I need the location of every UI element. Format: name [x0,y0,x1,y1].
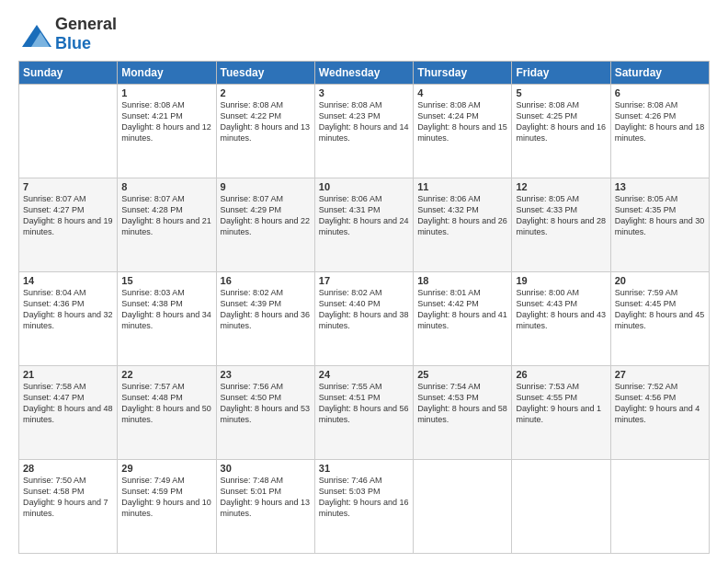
calendar-cell [512,460,610,554]
day-info: Sunrise: 8:05 AMSunset: 4:35 PMDaylight:… [615,193,705,238]
day-number: 9 [221,181,311,192]
calendar-cell: 11Sunrise: 8:06 AMSunset: 4:32 PMDayligh… [414,178,512,272]
calendar-cell: 30Sunrise: 7:48 AMSunset: 5:01 PMDayligh… [216,460,314,554]
calendar-cell: 4Sunrise: 8:08 AMSunset: 4:24 PMDaylight… [414,85,512,178]
day-info: Sunrise: 8:07 AMSunset: 4:27 PMDaylight:… [23,193,113,238]
day-info: Sunrise: 8:06 AMSunset: 4:31 PMDaylight:… [319,193,409,238]
calendar-week-row: 7Sunrise: 8:07 AMSunset: 4:27 PMDaylight… [19,178,710,272]
day-info: Sunrise: 8:06 AMSunset: 4:32 PMDaylight:… [417,193,507,238]
day-number: 18 [417,275,507,286]
day-number: 23 [221,369,311,380]
calendar-cell: 9Sunrise: 8:07 AMSunset: 4:29 PMDaylight… [216,178,314,272]
col-sunday: Sunday [19,62,118,85]
calendar-cell: 27Sunrise: 7:52 AMSunset: 4:56 PMDayligh… [610,366,709,460]
calendar-cell: 23Sunrise: 7:56 AMSunset: 4:50 PMDayligh… [216,366,314,460]
calendar-cell: 7Sunrise: 8:07 AMSunset: 4:27 PMDaylight… [19,178,118,272]
calendar-cell: 2Sunrise: 8:08 AMSunset: 4:22 PMDaylight… [216,85,314,178]
calendar-cell: 3Sunrise: 8:08 AMSunset: 4:23 PMDaylight… [314,85,413,178]
calendar-cell: 22Sunrise: 7:57 AMSunset: 4:48 PMDayligh… [118,366,216,460]
day-number: 4 [417,87,507,98]
calendar-cell: 24Sunrise: 7:55 AMSunset: 4:51 PMDayligh… [314,366,413,460]
day-info: Sunrise: 7:59 AMSunset: 4:45 PMDaylight:… [615,287,705,332]
day-info: Sunrise: 8:04 AMSunset: 4:36 PMDaylight:… [23,287,113,332]
day-info: Sunrise: 8:08 AMSunset: 4:25 PMDaylight:… [516,99,606,144]
day-info: Sunrise: 8:00 AMSunset: 4:43 PMDaylight:… [516,287,606,332]
calendar-week-row: 1Sunrise: 8:08 AMSunset: 4:21 PMDaylight… [19,85,710,178]
day-info: Sunrise: 8:01 AMSunset: 4:42 PMDaylight:… [417,287,507,332]
day-info: Sunrise: 7:53 AMSunset: 4:55 PMDaylight:… [516,381,606,426]
calendar-cell: 13Sunrise: 8:05 AMSunset: 4:35 PMDayligh… [610,178,709,272]
calendar-week-row: 14Sunrise: 8:04 AMSunset: 4:36 PMDayligh… [19,272,710,366]
day-number: 20 [615,275,705,286]
day-info: Sunrise: 8:08 AMSunset: 4:26 PMDaylight:… [615,99,705,144]
day-number: 21 [23,369,113,380]
header: General Blue [18,15,710,53]
calendar-cell: 16Sunrise: 8:02 AMSunset: 4:39 PMDayligh… [216,272,314,366]
day-number: 24 [319,369,409,380]
col-wednesday: Wednesday [314,62,413,85]
calendar-cell: 6Sunrise: 8:08 AMSunset: 4:26 PMDaylight… [610,85,709,178]
calendar-cell: 31Sunrise: 7:46 AMSunset: 5:03 PMDayligh… [314,460,413,554]
day-info: Sunrise: 8:08 AMSunset: 4:21 PMDaylight:… [121,99,211,144]
calendar-cell: 14Sunrise: 8:04 AMSunset: 4:36 PMDayligh… [19,272,118,366]
day-number: 25 [417,369,507,380]
calendar-cell: 5Sunrise: 8:08 AMSunset: 4:25 PMDaylight… [512,85,610,178]
day-info: Sunrise: 7:46 AMSunset: 5:03 PMDaylight:… [319,475,409,520]
calendar-cell: 18Sunrise: 8:01 AMSunset: 4:42 PMDayligh… [414,272,512,366]
day-info: Sunrise: 7:56 AMSunset: 4:50 PMDaylight:… [221,381,311,426]
day-number: 26 [516,369,606,380]
day-number: 5 [516,87,606,98]
day-number: 3 [319,87,409,98]
calendar-cell: 20Sunrise: 7:59 AMSunset: 4:45 PMDayligh… [610,272,709,366]
day-number: 19 [516,275,606,286]
day-number: 31 [319,463,409,474]
day-number: 14 [23,275,113,286]
day-info: Sunrise: 7:48 AMSunset: 5:01 PMDaylight:… [221,475,311,520]
day-number: 7 [23,181,113,192]
day-number: 17 [319,275,409,286]
day-info: Sunrise: 8:02 AMSunset: 4:39 PMDaylight:… [221,287,311,332]
calendar-cell: 21Sunrise: 7:58 AMSunset: 4:47 PMDayligh… [19,366,118,460]
col-thursday: Thursday [414,62,512,85]
day-info: Sunrise: 8:03 AMSunset: 4:38 PMDaylight:… [121,287,211,332]
day-info: Sunrise: 8:07 AMSunset: 4:29 PMDaylight:… [221,193,311,238]
calendar-cell: 28Sunrise: 7:50 AMSunset: 4:58 PMDayligh… [19,460,118,554]
day-info: Sunrise: 7:57 AMSunset: 4:48 PMDaylight:… [121,381,211,426]
day-info: Sunrise: 8:08 AMSunset: 4:22 PMDaylight:… [221,99,311,144]
calendar-table: Sunday Monday Tuesday Wednesday Thursday… [18,61,710,554]
day-number: 10 [319,181,409,192]
calendar-cell: 19Sunrise: 8:00 AMSunset: 4:43 PMDayligh… [512,272,610,366]
day-info: Sunrise: 7:49 AMSunset: 4:59 PMDaylight:… [121,475,211,520]
calendar-cell [19,85,118,178]
calendar-cell [414,460,512,554]
calendar-cell: 1Sunrise: 8:08 AMSunset: 4:21 PMDaylight… [118,85,216,178]
day-info: Sunrise: 8:02 AMSunset: 4:40 PMDaylight:… [319,287,409,332]
day-info: Sunrise: 8:05 AMSunset: 4:33 PMDaylight:… [516,193,606,238]
day-number: 16 [221,275,311,286]
day-number: 28 [23,463,113,474]
calendar-cell: 17Sunrise: 8:02 AMSunset: 4:40 PMDayligh… [314,272,413,366]
day-number: 15 [121,275,211,286]
day-number: 30 [221,463,311,474]
day-number: 29 [121,463,211,474]
day-info: Sunrise: 7:50 AMSunset: 4:58 PMDaylight:… [23,475,113,520]
col-friday: Friday [512,62,610,85]
calendar-cell: 12Sunrise: 8:05 AMSunset: 4:33 PMDayligh… [512,178,610,272]
day-number: 11 [417,181,507,192]
calendar-cell: 8Sunrise: 8:07 AMSunset: 4:28 PMDaylight… [118,178,216,272]
day-info: Sunrise: 7:52 AMSunset: 4:56 PMDaylight:… [615,381,705,426]
calendar-cell: 15Sunrise: 8:03 AMSunset: 4:38 PMDayligh… [118,272,216,366]
day-info: Sunrise: 7:54 AMSunset: 4:53 PMDaylight:… [417,381,507,426]
col-monday: Monday [118,62,216,85]
day-number: 12 [516,181,606,192]
day-number: 6 [615,87,705,98]
logo: General Blue [18,15,117,53]
day-number: 22 [121,369,211,380]
col-saturday: Saturday [610,62,709,85]
calendar-cell: 25Sunrise: 7:54 AMSunset: 4:53 PMDayligh… [414,366,512,460]
col-tuesday: Tuesday [216,62,314,85]
logo-icon [18,17,51,51]
calendar-cell: 26Sunrise: 7:53 AMSunset: 4:55 PMDayligh… [512,366,610,460]
calendar-header-row: Sunday Monday Tuesday Wednesday Thursday… [19,62,710,85]
calendar-week-row: 28Sunrise: 7:50 AMSunset: 4:58 PMDayligh… [19,460,710,554]
